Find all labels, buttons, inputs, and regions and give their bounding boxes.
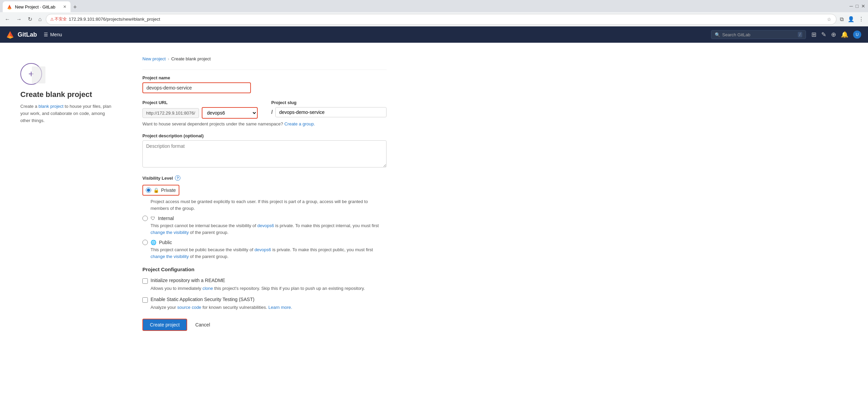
gitlab-app: GitLab ☰ Menu 🔍 Search GitLab / ⊞ ✎ ⊕ 🔔 … (0, 26, 868, 398)
visibility-help-icon[interactable]: ? (175, 175, 180, 181)
visibility-internal-label: Internal (158, 216, 174, 221)
blank-project-link[interactable]: blank project (38, 104, 63, 109)
doc-shape (32, 66, 45, 83)
visibility-private-desc: Project access must be granted explicitl… (151, 198, 387, 212)
header-icons: ⊞ ✎ ⊕ 🔔 U (810, 29, 863, 40)
visibility-internal-header: 🛡 Internal (142, 216, 387, 221)
project-url-row: http://172.29.9.101:8076/ devops6 root (142, 107, 258, 119)
public-change-visibility-link[interactable]: change the visibility (151, 254, 189, 259)
project-name-group: Project name (142, 75, 387, 93)
cancel-button[interactable]: Cancel (191, 319, 214, 330)
create-project-button[interactable]: Create project (142, 319, 187, 331)
internal-change-visibility-link[interactable]: change the visibility (151, 230, 189, 235)
create-new-btn[interactable]: ⊞ (810, 29, 818, 40)
tab-title: New Project · GitLab (15, 4, 60, 9)
search-shortcut-icon: / (798, 32, 802, 37)
namespace-select[interactable]: devops6 root (202, 107, 258, 119)
restore-btn[interactable]: □ (856, 3, 859, 9)
sast-checkbox[interactable] (142, 297, 148, 303)
tab-close-btn[interactable]: ✕ (63, 4, 66, 9)
readme-checkbox[interactable] (142, 278, 148, 284)
visibility-internal-radio[interactable] (142, 216, 148, 221)
shield-icon: 🛡 (151, 216, 155, 221)
left-title: Create blank project (20, 90, 92, 99)
project-description-group: Project description (optional) (142, 133, 387, 168)
close-btn[interactable]: ✕ (861, 3, 865, 9)
breadcrumb-new-project[interactable]: New project (142, 56, 166, 61)
readme-label: Initialize repository with a README (151, 278, 225, 283)
learn-more-link[interactable]: Learn more. (269, 305, 292, 310)
visibility-private-header: 🔒 Private (142, 185, 387, 197)
left-description: Create a blank project to house your fil… (20, 103, 115, 124)
url-prefix: http://172.29.9.101:8076/ (142, 108, 199, 118)
visibility-internal-desc: This project cannot be internal because … (151, 222, 387, 236)
visibility-private-label: Private (161, 187, 176, 193)
gitlab-logo-text: GitLab (18, 31, 37, 38)
config-title: Project Configuration (142, 266, 387, 272)
right-panel: New project › Create blank project Proje… (142, 56, 387, 331)
project-config-group: Project Configuration Initialize reposit… (142, 266, 387, 311)
left-panel: + Create blank project Create a blank pr… (20, 56, 115, 331)
home-button[interactable]: ⌂ (36, 15, 44, 24)
breadcrumb-divider (142, 69, 387, 70)
back-button[interactable]: ← (3, 15, 12, 24)
gitlab-header: GitLab ☰ Menu 🔍 Search GitLab / ⊞ ✎ ⊕ 🔔 … (0, 26, 868, 43)
toolbar-right: ⧉ 👤 ⋮ (839, 15, 865, 24)
edit-btn[interactable]: ✎ (820, 29, 828, 40)
address-bar: ⚠ 不安全 172.29.9.101:8076/projects/new#bla… (46, 14, 836, 25)
project-url-label: Project URL (142, 100, 258, 105)
project-description-textarea[interactable] (142, 140, 387, 167)
user-avatar[interactable]: U (852, 29, 863, 40)
sast-checkbox-row: Enable Static Application Security Testi… (142, 297, 387, 303)
gitlab-fox-icon (5, 30, 15, 39)
visibility-public-desc: This project cannot be public because th… (151, 246, 387, 260)
url-slash: / (271, 109, 273, 115)
clone-link[interactable]: clone (202, 286, 213, 291)
hamburger-icon: ☰ (44, 32, 48, 37)
notifications-btn[interactable]: 🔔 (840, 29, 850, 40)
internal-devops6-link[interactable]: devops6 (257, 223, 274, 228)
visibility-public-header: 🌐 Public (142, 240, 387, 245)
sast-desc: Analyze your source code for known secur… (151, 304, 387, 311)
sast-label: Enable Static Application Security Testi… (151, 297, 254, 302)
source-code-link[interactable]: source code (177, 305, 201, 310)
project-slug-input[interactable] (275, 107, 387, 117)
globe-icon: 🌐 (151, 240, 156, 245)
tab-favicon (7, 4, 12, 9)
visibility-option-public: 🌐 Public This project cannot be public b… (142, 240, 387, 260)
breadcrumb: New project › Create blank project (142, 56, 387, 61)
breadcrumb-separator: › (168, 56, 169, 61)
bookmark-icon[interactable]: ☆ (826, 16, 832, 23)
visibility-group: Visibility Level ? 🔒 Private Project (142, 175, 387, 260)
merge-requests-btn[interactable]: ⊕ (830, 29, 837, 40)
sast-checkbox-group: Enable Static Application Security Testi… (142, 297, 387, 311)
menu-btn[interactable]: ⋮ (857, 15, 865, 24)
forward-button[interactable]: → (14, 15, 24, 24)
namespace-select-wrap: devops6 root (202, 107, 258, 119)
btn-row: Create project Cancel (142, 319, 387, 331)
extensions-btn[interactable]: ⧉ (839, 15, 845, 24)
url-text[interactable]: 172.29.9.101:8076/projects/new#blank_pro… (69, 17, 824, 22)
readme-checkbox-group: Initialize repository with a README Allo… (142, 278, 387, 292)
refresh-button[interactable]: ↻ (26, 15, 34, 24)
gitlab-logo: GitLab (5, 30, 37, 39)
namespace-hint: Want to house several dependent projects… (142, 121, 387, 126)
active-tab[interactable]: New Project · GitLab ✕ (3, 1, 71, 12)
project-name-input[interactable] (142, 82, 251, 93)
readme-desc: Allows you to immediately clone this pro… (151, 285, 387, 292)
main-content: + Create blank project Create a blank pr… (0, 43, 868, 344)
visibility-private-radio[interactable] (146, 187, 151, 193)
minimize-btn[interactable]: ─ (850, 3, 853, 9)
public-devops6-link[interactable]: devops6 (254, 247, 271, 252)
new-tab-button[interactable]: + (71, 2, 80, 12)
visibility-public-radio[interactable] (142, 240, 148, 245)
project-name-label: Project name (142, 75, 387, 80)
readme-checkbox-row: Initialize repository with a README (142, 278, 387, 284)
lock-icon: 🔒 (153, 187, 159, 193)
menu-button[interactable]: ☰ Menu (41, 31, 65, 39)
search-box[interactable]: 🔍 Search GitLab / (711, 30, 806, 39)
project-description-label: Project description (optional) (142, 133, 387, 138)
security-indicator: ⚠ 不安全 (50, 16, 67, 22)
create-group-link[interactable]: Create a group. (284, 121, 315, 126)
profile-btn[interactable]: 👤 (846, 15, 856, 24)
